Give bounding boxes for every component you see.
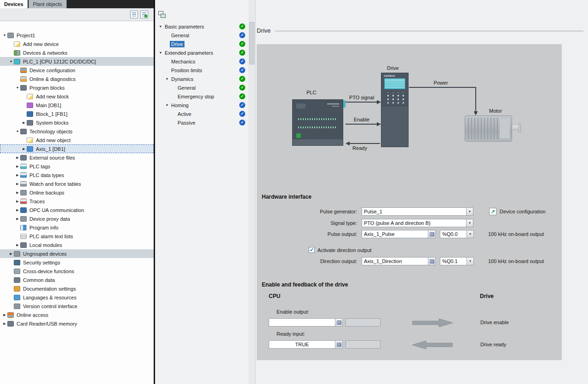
enable-output-input[interactable]	[269, 318, 343, 327]
tree-item-common-data[interactable]: Common data	[0, 275, 154, 284]
dropdown-arrow-icon[interactable]: ▼	[467, 258, 473, 265]
tree-item-plc-tags[interactable]: ▶PLC tags	[0, 162, 154, 171]
vertical-scrollbar[interactable]	[248, 0, 256, 384]
expand-arrow-icon[interactable]: ▶	[15, 156, 20, 160]
tree-item-plc-data-types[interactable]: ▶PLC data types	[0, 171, 154, 179]
nav-item-active[interactable]: Active✓	[155, 109, 248, 118]
plc-tags-icon	[20, 164, 27, 169]
tree-item-version-control-interface[interactable]: Version control interface	[0, 302, 154, 310]
nav-item-extended-parameters[interactable]: ▼Extended parameters✓	[155, 48, 248, 57]
tree-item-plc-1-cpu-1212c-dc-dc-dc[interactable]: ▼PLC_1 [CPU 1212C DC/DC/DC]	[0, 57, 154, 66]
direction-output-input[interactable]: Axis_1_Direction	[362, 257, 436, 265]
drive-configuration-panel: Drive PLC Drive Motor SIEMENS	[248, 0, 588, 384]
nav-item-drive[interactable]: Drive✓	[155, 40, 248, 48]
expand-arrow-icon[interactable]: ▶	[15, 243, 20, 247]
expand-arrow-icon[interactable]: ▶	[21, 121, 27, 125]
tree-item-online-access[interactable]: ▶Online access	[0, 310, 154, 319]
tree-item-external-source-files[interactable]: ▶External source files	[0, 153, 154, 162]
expand-arrow-icon[interactable]: ▶	[2, 313, 7, 317]
tree-item-axis-1-db1[interactable]: ▶Axis_1 [DB1]	[0, 144, 154, 153]
nav-item-emergency-stop[interactable]: Emergency stop✓	[155, 92, 248, 101]
details-view-icon[interactable]	[130, 11, 138, 18]
expand-arrow-icon[interactable]: ▶	[21, 147, 27, 151]
tree-item-add-new-block[interactable]: Add new block	[0, 92, 154, 101]
dropdown-arrow-icon[interactable]: ▼	[466, 219, 473, 227]
nav-item-mechanics[interactable]: Mechanics✓	[155, 57, 248, 66]
tree-item-device-configuration[interactable]: Device configuration	[0, 66, 154, 75]
tree-item-block-1-fb1[interactable]: Block_1 [FB1]	[0, 109, 154, 118]
nav-item-basic-parameters[interactable]: ▼Basic parameters✓	[155, 22, 248, 31]
browse-button[interactable]	[335, 341, 342, 348]
expand-arrow-icon[interactable]: ▶	[15, 191, 20, 195]
expand-arrow-icon[interactable]: ▶	[15, 173, 20, 177]
pulse-output-input[interactable]: Axis_1_Pulse	[362, 230, 436, 238]
pulse-generator-select[interactable]: Pulse_1 ▼	[362, 207, 473, 216]
pulse-output-note: 100 kHz on-board output	[488, 230, 544, 238]
tree-item-add-new-device[interactable]: Add new device	[0, 40, 154, 48]
tree-item-technology-objects[interactable]: ▼Technology objects	[0, 127, 154, 136]
scrollbar-thumb[interactable]	[249, 22, 254, 64]
tree-item-add-new-object[interactable]: Add new object	[0, 136, 154, 144]
tree-item-project1[interactable]: ▼Project1	[0, 31, 154, 40]
collapse-arrow-icon[interactable]: ▼	[164, 103, 170, 107]
tree-item-program-info[interactable]: Program info	[0, 223, 154, 232]
expand-arrow-icon[interactable]: ▶	[15, 208, 20, 212]
collapse-arrow-icon[interactable]: ▼	[158, 25, 163, 28]
expand-arrow-icon[interactable]: ▶	[15, 165, 20, 168]
tree-item-plc-alarm-text-lists[interactable]: PLC alarm text lists	[0, 232, 154, 241]
tree-item-program-blocks[interactable]: ▼Program blocks	[0, 83, 154, 92]
collapse-arrow-icon[interactable]: ▼	[2, 34, 7, 37]
browse-button[interactable]	[335, 319, 342, 326]
nav-item-position-limits[interactable]: Position limits✓	[155, 66, 248, 75]
tab-devices[interactable]: Devices	[0, 0, 28, 8]
tree-item-online-backups[interactable]: ▶Online backups	[0, 188, 154, 197]
tree-item-cross-device-functions[interactable]: Cross-device functions	[0, 267, 154, 275]
tree-item-watch-and-force-tables[interactable]: ▶Watch and force tables	[0, 179, 154, 188]
expand-arrow-icon[interactable]: ▶	[15, 200, 20, 203]
collapse-arrow-icon[interactable]: ▼	[15, 86, 20, 89]
device-proxy-data-icon	[20, 216, 27, 222]
nav-item-general[interactable]: General✓	[155, 83, 248, 92]
nav-item-passive[interactable]: Passive✓	[155, 118, 248, 127]
tab-plant-objects[interactable]: Plant objects	[29, 0, 67, 8]
nav-item-homing[interactable]: ▼Homing✓	[155, 101, 248, 109]
tree-item-local-modules[interactable]: ▶Local modules	[0, 241, 154, 249]
overview-view-icon[interactable]	[140, 11, 148, 18]
tree-item-opc-ua-communication[interactable]: ▶OPC UA communication	[0, 206, 154, 214]
tree-item-devices-networks[interactable]: Devices & networks	[0, 48, 154, 57]
collapse-arrow-icon[interactable]: ▼	[15, 130, 20, 133]
motor-ribs	[468, 118, 498, 139]
tree-item-card-reader-usb-memory[interactable]: ▶Card Reader/USB memory	[0, 319, 154, 328]
nav-item-dynamics[interactable]: ▼Dynamics✓	[155, 75, 248, 83]
collapse-arrow-icon[interactable]: ▼	[8, 60, 14, 63]
expand-arrow-icon[interactable]: ▶	[15, 182, 20, 186]
browse-button[interactable]	[428, 258, 435, 265]
tree-item-device-proxy-data[interactable]: ▶Device proxy data	[0, 214, 154, 223]
nav-item-general[interactable]: General✓	[155, 31, 248, 40]
tree-item-system-blocks[interactable]: ▶System blocks	[0, 118, 154, 127]
tree-item-main-ob1[interactable]: Main [OB1]	[0, 101, 154, 109]
device-configuration-link[interactable]: ↗ Device configuration	[489, 207, 546, 216]
tree-item-security-settings[interactable]: Security settings	[0, 258, 154, 267]
nav-item-label: General	[176, 85, 197, 91]
tree-item-ungrouped-devices[interactable]: ▶Ungrouped devices	[0, 249, 154, 258]
expand-arrow-icon[interactable]: ▶	[15, 217, 20, 221]
tree-item-traces[interactable]: ▶Traces	[0, 197, 154, 206]
direction-output-address-select[interactable]: %Q0.1 ▼	[440, 257, 474, 265]
collapse-arrow-icon[interactable]: ▼	[158, 51, 163, 54]
ready-input-input[interactable]: TRUE	[269, 340, 343, 349]
activate-direction-checkbox[interactable]: ✓	[309, 247, 315, 253]
tree-item-documentation-settings[interactable]: Documentation settings	[0, 284, 154, 293]
direction-output-address: %Q0.1	[440, 258, 467, 264]
pulse-output-address-select[interactable]: %Q0.0 ▼	[440, 230, 474, 238]
signal-type-select[interactable]: PTO (pulse A and direction B) ▼	[362, 219, 473, 227]
dropdown-arrow-icon[interactable]: ▼	[467, 230, 473, 238]
expand-arrow-icon[interactable]: ▶	[8, 252, 14, 256]
tree-item-online-diagnostics[interactable]: Online & diagnostics	[0, 75, 154, 83]
browse-button[interactable]	[428, 230, 435, 238]
collapse-arrow-icon[interactable]: ▼	[164, 77, 170, 80]
function-view-icon[interactable]	[161, 14, 166, 18]
tree-item-languages-resources[interactable]: Languages & resources	[0, 293, 154, 302]
expand-arrow-icon[interactable]: ▶	[2, 322, 7, 326]
dropdown-arrow-icon[interactable]: ▼	[466, 208, 473, 215]
